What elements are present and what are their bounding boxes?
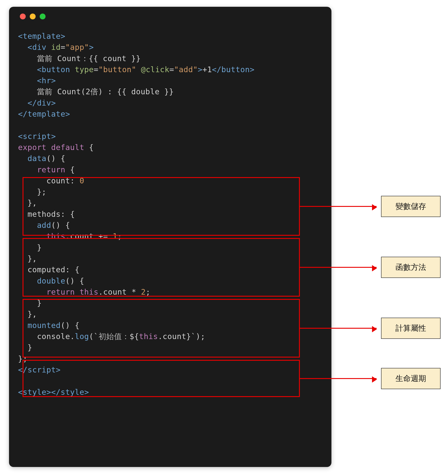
code-block: <template> <div id="app"> 當前 Count：{{ co… [18,31,322,398]
fn-data: data [18,154,46,163]
tag-style-close: style [61,388,84,397]
minimize-icon [30,14,36,19]
tpl-text: 初始值： [99,332,130,341]
fn-double: double [18,276,65,285]
label-methods: 函數方法 [381,257,441,278]
kw-export: export [18,143,46,152]
str-app: "app" [65,43,89,52]
tag-div-open-bracket: < [18,43,32,52]
tag-script-open: <script> [18,132,56,141]
label-data: 變數儲存 [381,196,441,217]
tag-template-close: </template> [18,109,70,119]
code-window: <template> <div id="app"> 當前 Count：{{ co… [9,7,331,467]
kw-return-1: return [18,165,65,174]
attr-id: id [51,43,61,52]
text-double-line: 當前 Count(2倍) : {{ double }} [18,87,174,96]
kw-default: default [51,143,84,152]
tag-button: button [42,65,70,74]
arrow-methods [300,267,376,268]
key-methods: methods [18,210,61,219]
text-count-line: 當前 Count：{{ count }} [18,54,141,63]
window-traffic-lights [20,14,322,19]
fn-add: add [18,221,51,230]
tag-script-close: script [28,365,56,374]
str-add: "add" [174,65,198,74]
label-computed: 計算屬性 [381,318,441,339]
num-zero: 0 [80,176,84,185]
tag-hr: hr [42,76,51,85]
key-computed: computed [18,265,65,274]
arrow-mounted [300,378,376,379]
tag-div-name: div [32,43,46,52]
num-one: 1 [112,232,117,241]
kw-this-2: this [80,287,99,296]
kw-this-3: this [139,332,158,341]
diagram-canvas: <template> <div id="app"> 當前 Count：{{ co… [0,0,448,476]
close-icon [20,14,26,19]
str-button: "button" [99,65,136,74]
maximize-icon [40,14,45,19]
tag-template-open: <template> [18,32,65,41]
fn-log: log [75,332,89,341]
arrow-data [300,206,376,207]
num-two: 2 [141,287,146,296]
kw-this-1: this [18,232,65,241]
arrow-computed [300,328,376,329]
kw-return-2: return [18,287,75,296]
attr-type: type [75,65,94,74]
obj-console: console [18,332,70,341]
label-mounted: 生命週期 [381,368,441,389]
key-count: count [18,176,70,185]
tag-style-open: style [23,388,46,397]
fn-mounted: mounted [18,321,61,330]
text-plus1: +1 [202,65,212,74]
attr-click: @click [141,65,169,74]
